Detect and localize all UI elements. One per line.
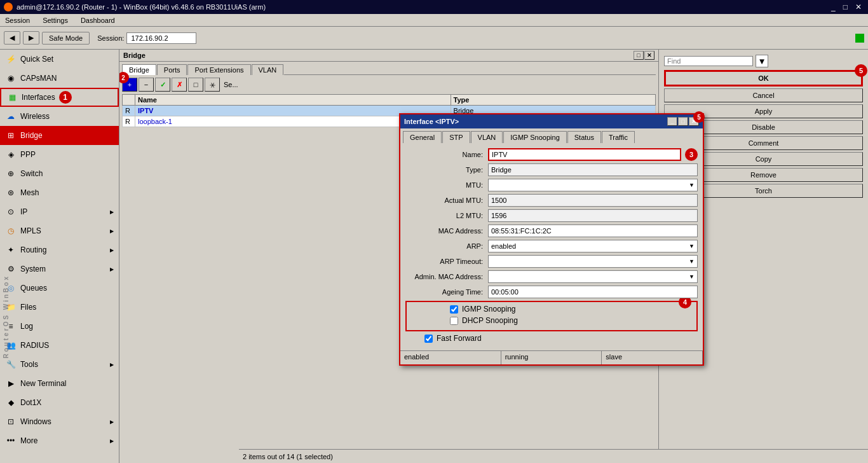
dhcp-snooping-checkbox[interactable] [450,317,458,325]
sidebar-item-quick-set[interactable]: ⚡ Quick Set [0,50,119,69]
forward-button[interactable]: ▶ [23,31,39,45]
sidebar-label-new-terminal: New Terminal [20,379,66,388]
igmp-snooping-checkbox[interactable] [450,305,458,314]
sidebar-item-mpls[interactable]: ◷ MPLS [0,221,119,240]
mac-label: MAC Address: [405,227,488,235]
bridge-icon: ⊞ [5,130,17,141]
fast-forward-row: Fast Forward [405,334,698,343]
arp-select[interactable]: enabled ▼ [488,240,698,252]
sidebar-item-ip[interactable]: ⊙ IP [0,202,119,221]
sidebar-item-mesh[interactable]: ⊛ Mesh [0,183,119,202]
interface-minimize-button[interactable]: _ [667,117,677,126]
bridge-restore-button[interactable]: □ [634,51,644,60]
status-slave: slave [602,351,703,364]
cancel-button[interactable]: Cancel [664,88,863,102]
close-button[interactable]: ✕ [853,3,864,11]
interface-close-button[interactable]: ✕ 5 [689,117,699,126]
sidebar-label-files: Files [20,303,36,312]
menu-settings[interactable]: Settings [40,17,71,24]
sidebar-label-interfaces: Interfaces [22,93,55,102]
sidebar-item-wireless[interactable]: ☁ Wireless [0,107,119,126]
disable-table-button[interactable]: ✗ [172,78,187,92]
minimize-button[interactable]: _ [829,3,838,11]
tab-ports[interactable]: Ports [157,64,187,75]
tab-traffic[interactable]: Traffic [602,131,635,143]
ageing-label: Ageing Time: [405,288,488,296]
sidebar-label-mpls: MPLS [20,226,41,235]
ok-button[interactable]: OK 5 [664,70,863,86]
loopback-link[interactable]: loopback-1 [138,118,172,125]
tab-port-extensions[interactable]: Port Extensions [187,64,250,75]
move-button[interactable]: □ [188,78,203,92]
mtu-arrow-icon: ▼ [689,182,695,188]
sidebar-item-tools[interactable]: 🔧 Tools [0,355,119,374]
sidebar-item-capsman[interactable]: ◉ CAPsMAN [0,69,119,88]
sidebar-item-ppp[interactable]: ◈ PPP [0,145,119,164]
tab-vlan[interactable]: VLAN [252,64,284,75]
sidebar-item-new-terminal[interactable]: ▶ New Terminal [0,374,119,393]
interface-title-text: Interface <IPTV> [404,118,459,125]
safe-mode-button[interactable]: Safe Mode [42,32,90,45]
back-button[interactable]: ◀ [4,31,20,45]
sidebar-label-tools: Tools [20,360,38,369]
menu-session[interactable]: Session [3,17,32,24]
sidebar-item-system[interactable]: ⚙ System [0,259,119,279]
interface-tabs: General STP VLAN IGMP Snooping Status Tr… [400,128,703,143]
sidebar-item-routing[interactable]: ✦ Routing [0,240,119,259]
sidebar-item-queues[interactable]: ◎ Queues [0,279,119,298]
tab-general[interactable]: General [403,131,442,143]
ppp-icon: ◈ [5,149,17,160]
sidebar-item-log[interactable]: ≡ Log [0,317,119,336]
arp-timeout-select[interactable]: ▼ [488,255,698,268]
sidebar-label-ip: IP [20,207,27,216]
sidebar-label-mesh: Mesh [20,188,39,197]
sidebar-item-bridge[interactable]: ⊞ Bridge [0,126,119,145]
type-row: Type: [405,163,698,176]
admin-mac-select[interactable]: ▼ [488,270,698,283]
sidebar-label-system: System [20,265,46,273]
bridge-close-button[interactable]: ✕ [644,51,654,60]
find-input[interactable] [664,56,753,66]
tab-status[interactable]: Status [567,131,601,143]
interface-maximize-button[interactable]: □ [678,117,688,126]
menu-dashboard[interactable]: Dashboard [78,17,118,24]
title-bar: admin@172.16.90.2 (Router - 1) - WinBox … [0,0,868,14]
iptv-link[interactable]: IPTV [138,107,153,114]
sidebar-item-interfaces[interactable]: ▦ Interfaces 1 [0,88,119,107]
mtu-select[interactable]: ▼ [488,179,698,191]
interface-title-bar: Interface <IPTV> _ □ ✕ 5 [400,114,703,128]
maximize-button[interactable]: □ [841,3,850,11]
sidebar-item-dot1x[interactable]: ◆ Dot1X [0,393,119,412]
snooping-area: IGMP Snooping DHCP Snooping 4 [405,301,698,331]
name-field[interactable] [488,148,681,161]
mac-field[interactable] [488,225,698,237]
l2-mtu-label: L2 MTU: [405,212,488,219]
bridge-tabs-row: Bridge Ports Port Extensions VLAN [119,62,658,75]
tab-vlan-iface[interactable]: VLAN [471,131,503,143]
enable-button[interactable]: ✓ [155,78,170,92]
fast-forward-checkbox[interactable] [424,335,433,343]
sidebar-item-more[interactable]: ••• More [0,431,119,450]
remove-row-button[interactable]: − [139,78,154,92]
main-content: ⚡ Quick Set ◉ CAPsMAN ▦ Interfaces 1 ☁ W… [0,50,868,463]
arp-timeout-row: ARP Timeout: ▼ [405,255,698,268]
interface-status-bar: enabled running slave [400,350,703,364]
find-dropdown-button[interactable]: ▼ [756,55,768,67]
settings-label: Se... [224,81,238,88]
tab-igmp-snooping[interactable]: IGMP Snooping [503,131,566,143]
add-row-button[interactable]: + 2 [122,78,137,92]
status-running: running [501,351,602,364]
filter-button[interactable]: ⚹ [205,78,220,92]
tab-stp[interactable]: STP [442,131,470,143]
bridge-win-controls: □ ✕ [634,51,654,60]
session-input[interactable] [126,32,196,44]
menu-bar: Session Settings Dashboard [0,14,868,27]
sidebar-item-windows[interactable]: ⊡ Windows [0,412,119,431]
sidebar-label-more: More [20,436,37,445]
sidebar-label-log: Log [20,322,33,331]
ageing-field[interactable] [488,286,698,298]
sidebar-item-files[interactable]: 📁 Files [0,298,119,317]
igmp-snooping-label: IGMP Snooping [462,305,516,314]
sidebar-item-switch[interactable]: ⊕ Switch [0,164,119,183]
sidebar-item-radius[interactable]: 👥 RADIUS [0,336,119,355]
